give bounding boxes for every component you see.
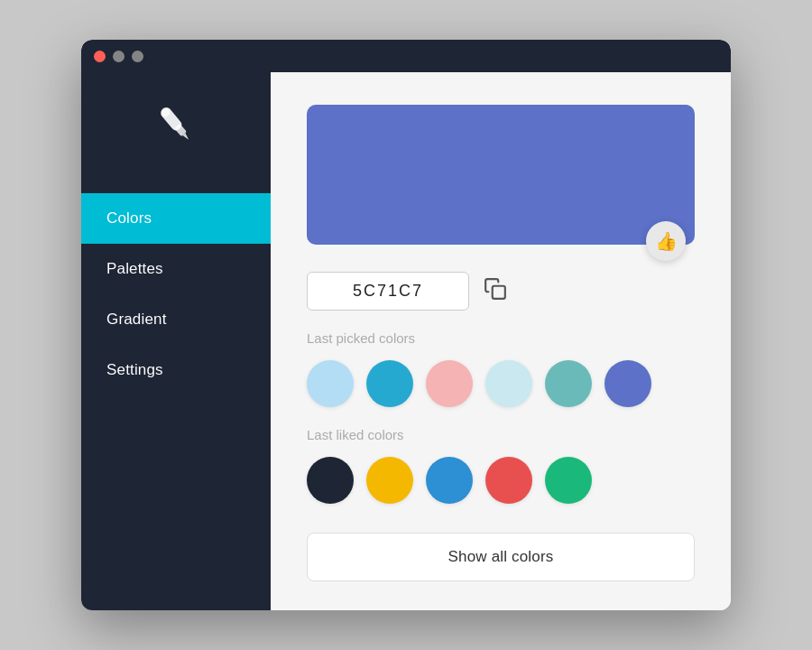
color-preview-swatch bbox=[307, 105, 695, 245]
last-picked-label: Last picked colors bbox=[307, 330, 695, 346]
color-dot[interactable] bbox=[485, 457, 532, 504]
last-picked-section: Last picked colors bbox=[307, 330, 695, 407]
sidebar-item-settings[interactable]: Settings bbox=[81, 345, 271, 395]
color-dot[interactable] bbox=[485, 360, 532, 407]
color-dot[interactable] bbox=[307, 457, 354, 504]
hex-row bbox=[307, 272, 695, 311]
show-all-button[interactable]: Show all colors bbox=[307, 533, 695, 581]
sidebar-nav: Colors Palettes Gradient Settings bbox=[81, 193, 271, 395]
color-dot[interactable] bbox=[545, 360, 592, 407]
hex-input[interactable] bbox=[307, 272, 469, 311]
sidebar: Colors Palettes Gradient Settings bbox=[81, 72, 271, 610]
eyedropper-icon bbox=[151, 99, 201, 157]
last-picked-dots bbox=[307, 360, 695, 407]
maximize-button[interactable] bbox=[132, 51, 143, 62]
color-dot[interactable] bbox=[545, 457, 592, 504]
like-button[interactable]: 👍 bbox=[646, 221, 686, 261]
copy-button[interactable] bbox=[480, 274, 511, 310]
color-dot[interactable] bbox=[426, 360, 473, 407]
last-liked-dots bbox=[307, 457, 695, 504]
title-bar bbox=[81, 40, 731, 72]
sidebar-item-gradient[interactable]: Gradient bbox=[81, 294, 271, 345]
sidebar-item-colors[interactable]: Colors bbox=[81, 193, 271, 244]
app-body: Colors Palettes Gradient Settings 👍 bbox=[81, 72, 731, 610]
minimize-button[interactable] bbox=[113, 51, 125, 62]
color-dot[interactable] bbox=[426, 457, 473, 504]
color-dot[interactable] bbox=[366, 457, 413, 504]
close-button[interactable] bbox=[94, 51, 106, 62]
app-window: Colors Palettes Gradient Settings 👍 bbox=[81, 40, 731, 610]
last-liked-label: Last liked colors bbox=[307, 427, 695, 442]
main-content: 👍 Last picked colors Las bbox=[271, 72, 731, 610]
sidebar-item-palettes[interactable]: Palettes bbox=[81, 244, 271, 294]
last-liked-section: Last liked colors bbox=[307, 427, 695, 504]
color-dot[interactable] bbox=[307, 360, 354, 407]
color-dot[interactable] bbox=[366, 360, 413, 407]
color-dot[interactable] bbox=[604, 360, 651, 407]
svg-rect-4 bbox=[493, 285, 505, 298]
color-preview-wrap: 👍 bbox=[307, 105, 695, 245]
